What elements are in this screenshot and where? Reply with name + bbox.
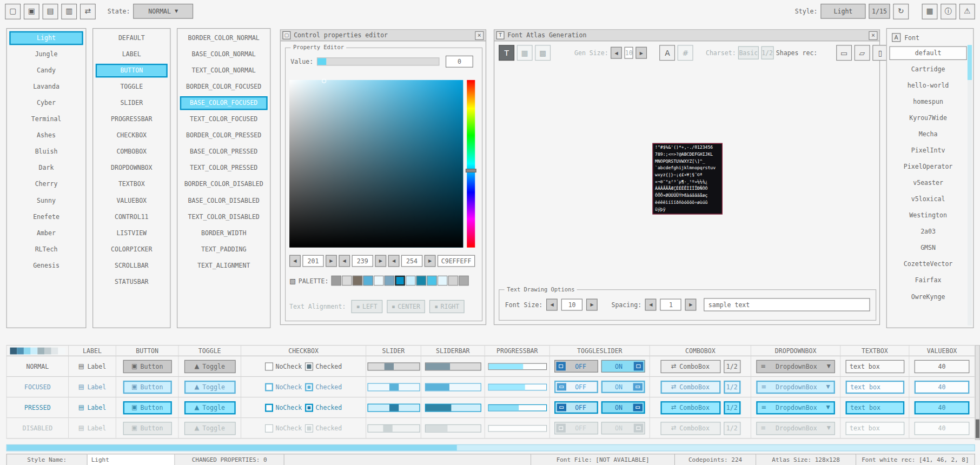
spacing-decrement-button[interactable]: ◀ [645, 299, 657, 311]
reload-style-button[interactable]: ↻ [893, 3, 909, 19]
palette-swatch-7[interactable] [406, 276, 415, 285]
button-widget[interactable]: ▣Button [123, 360, 171, 373]
red-decrement-button[interactable]: ◀ [289, 255, 301, 267]
font-item-v5easter[interactable]: v5easter [889, 176, 966, 190]
font-item-kyrou7wide[interactable]: Kyrou7Wide [889, 111, 966, 125]
control-item-button[interactable]: BUTTON [96, 64, 168, 77]
sliderbar-widget[interactable] [425, 383, 481, 391]
slider-thumb[interactable] [384, 363, 393, 370]
style-item-lavanda[interactable]: Lavanda [9, 80, 83, 94]
font-item-pixelintv[interactable]: PixelIntv [889, 144, 966, 157]
green-value-input[interactable]: 239 [352, 255, 373, 267]
font-case-button[interactable]: A [659, 45, 675, 61]
atlas-grid-button[interactable]: ▩ [535, 45, 551, 61]
font-item-owrekynge[interactable]: OwreKynge [889, 290, 966, 303]
slider-widget[interactable] [367, 362, 420, 370]
toggle-widget[interactable]: ▲Toggle [184, 401, 235, 414]
font-size-decrement-button[interactable]: ◀ [546, 299, 558, 311]
font-item-mecha[interactable]: Mecha [889, 128, 966, 141]
property-item-border-color-focused[interactable]: BORDER_COLOR_FOCUSED [180, 80, 268, 94]
style-item-candy[interactable]: Candy [9, 64, 83, 77]
checkbox-unchecked[interactable] [265, 424, 273, 432]
control-item-statusbar[interactable]: STATUSBAR [96, 275, 168, 289]
control-item-control11[interactable]: CONTROL11 [96, 210, 168, 223]
property-item-text-alignment[interactable]: TEXT_ALIGNMENT [180, 259, 268, 273]
palette-swatch-6[interactable] [395, 276, 405, 285]
toggleslider-off[interactable]: OFF [554, 422, 598, 434]
dropdownbox-widget[interactable]: ≡DropdownBox▼ [756, 401, 835, 414]
control-item-listview[interactable]: LISTVIEW [96, 226, 168, 240]
checkbox-unchecked[interactable] [265, 362, 273, 370]
red-value-input[interactable]: 201 [302, 255, 323, 267]
font-item-default[interactable]: default [889, 46, 966, 60]
style-combobox[interactable]: Light [820, 4, 865, 19]
sample-text-input[interactable]: sample text [704, 298, 870, 311]
shapes-rec-button-3[interactable]: ▯ [872, 45, 888, 61]
checkbox-unchecked[interactable] [265, 403, 273, 411]
control-item-textbox[interactable]: TEXTBOX [96, 177, 168, 191]
button-widget[interactable]: ▣Button [123, 380, 171, 393]
table-vertical-scrollbar[interactable] [975, 345, 980, 440]
palette-swatch-0[interactable] [331, 276, 341, 285]
font-item-homespun[interactable]: homespun [889, 95, 966, 109]
hue-slider[interactable] [467, 80, 475, 248]
valuebox-widget[interactable]: 40 [915, 380, 970, 393]
checkbox-checked[interactable] [305, 383, 313, 391]
palette-swatch-3[interactable] [363, 276, 373, 285]
font-atlas-image[interactable]: !"#$%&'()*+,-./0123456789:;<=>?@ABCDEFGH… [652, 143, 722, 215]
green-increment-button[interactable]: ▶ [375, 255, 386, 267]
control-item-toggle[interactable]: TOGGLE [96, 80, 168, 94]
font-item-westington[interactable]: Westington [889, 209, 966, 222]
load-style-button[interactable]: ▣ [24, 3, 39, 19]
textbox-widget[interactable]: text box [845, 360, 904, 373]
combobox-widget[interactable]: ⇄ComboBox [660, 401, 720, 414]
font-item-pixeloperator[interactable]: PixelOperator [889, 160, 966, 174]
control-item-default[interactable]: DEFAULT [96, 31, 168, 45]
toggleslider-on[interactable]: ON [601, 401, 645, 414]
toggleslider-on[interactable]: ON [601, 360, 645, 373]
about-button[interactable]: ⓘ [941, 3, 956, 19]
status-style-name-input[interactable]: Light [88, 454, 175, 465]
style-item-bluish[interactable]: Bluish [9, 145, 83, 158]
red-increment-button[interactable]: ▶ [326, 255, 337, 267]
toggleslider-on[interactable]: ON [601, 381, 645, 393]
table-vertical-scrollbar-thumb[interactable] [976, 420, 979, 439]
style-item-terminal[interactable]: Terminal [9, 112, 83, 126]
control-item-progressbar[interactable]: PROGRESSBAR [96, 112, 168, 126]
align-center-button[interactable]: ▪ CENTER [387, 300, 425, 313]
style-item-enefete[interactable]: Enefete [9, 210, 83, 223]
combobox-index[interactable]: 1/2 [724, 401, 740, 414]
save-style-button[interactable]: ▤ [43, 3, 58, 19]
palette-swatch-5[interactable] [384, 276, 394, 285]
style-item-cyber[interactable]: Cyber [9, 96, 83, 110]
style-item-rltech[interactable]: RLTech [9, 242, 83, 256]
font-item-hello-world[interactable]: hello-world [889, 79, 966, 92]
dropdownbox-widget[interactable]: ≡DropdownBox▼ [756, 360, 835, 373]
property-item-text-color-focused[interactable]: TEXT_COLOR_FOCUSED [180, 112, 268, 126]
dropdownbox-widget[interactable]: ≡DropdownBox▼ [756, 380, 835, 393]
property-item-text-color-disabled[interactable]: TEXT_COLOR_DISABLED [180, 210, 268, 223]
font-window-close-button[interactable]: × [869, 31, 877, 39]
export-style-button[interactable]: ▥ [61, 3, 77, 19]
font-size-value-input[interactable]: 10 [561, 299, 582, 311]
textbox-widget[interactable]: text box [845, 401, 904, 414]
toggleslider-on[interactable]: ON [601, 422, 645, 434]
palette-swatch-8[interactable] [416, 276, 426, 285]
palette-swatch-4[interactable] [374, 276, 383, 285]
property-item-text-color-pressed[interactable]: TEXT_COLOR_PRESSED [180, 161, 268, 175]
new-style-button[interactable]: ▢ [5, 3, 21, 19]
textbox-widget[interactable]: text box [845, 422, 904, 435]
table-image-button[interactable]: ▦ [922, 3, 938, 19]
combobox-index[interactable]: 1/2 [724, 380, 740, 393]
slider-thumb[interactable] [389, 404, 399, 411]
sliderbar-widget[interactable] [425, 403, 481, 411]
button-widget[interactable]: ▣Button [123, 401, 171, 414]
palette-swatch-9[interactable] [427, 276, 436, 285]
property-item-border-color-pressed[interactable]: BORDER_COLOR_PRESSED [180, 129, 268, 142]
slider-thumb[interactable] [389, 383, 399, 390]
shapes-rec-button-2[interactable]: ▱ [855, 45, 870, 61]
toggle-widget[interactable]: ▲Toggle [184, 380, 235, 393]
style-item-ashes[interactable]: Ashes [9, 129, 83, 142]
property-item-base-color-disabled[interactable]: BASE_COLOR_DISABLED [180, 194, 268, 207]
checkbox-checked[interactable] [305, 362, 313, 370]
